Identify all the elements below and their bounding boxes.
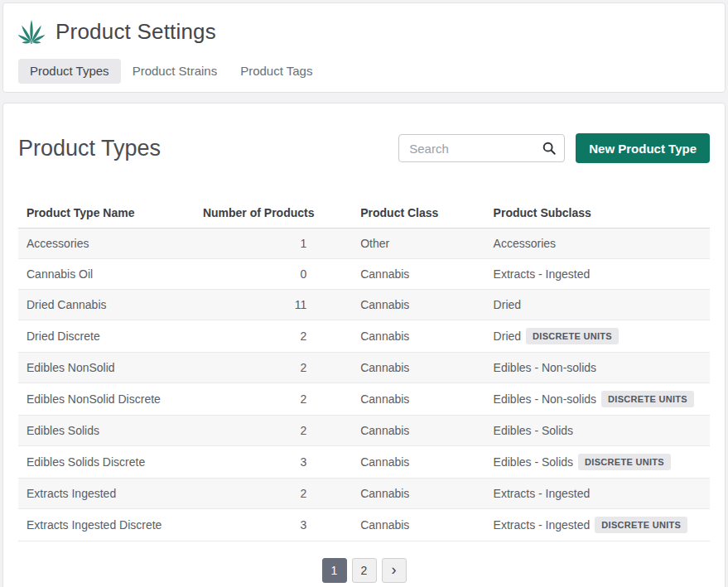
discrete-units-badge: DISCRETE UNITS xyxy=(601,391,694,407)
chevron-right-icon: › xyxy=(392,562,397,577)
discrete-units-badge: DISCRETE UNITS xyxy=(526,328,619,344)
cell-class: Other xyxy=(315,229,485,259)
search-input[interactable] xyxy=(398,134,565,162)
cell-count: 0 xyxy=(195,259,315,290)
subclass-text: Accessories xyxy=(494,237,556,250)
cell-count: 2 xyxy=(195,479,315,509)
cell-class: Cannabis xyxy=(315,416,485,446)
cell-subclass: Edibles - Non-solids xyxy=(485,353,710,383)
title-row: Product Settings xyxy=(18,18,710,45)
content-header: Product Types New Product Type xyxy=(18,103,710,198)
table-row[interactable]: Accessories 1 Other Accessories xyxy=(18,229,710,259)
new-product-type-button[interactable]: New Product Type xyxy=(576,133,710,163)
table-header-row: Product Type Name Number of Products Pro… xyxy=(18,198,710,229)
cell-subclass: Accessories xyxy=(485,229,710,259)
subclass-text: Extracts - Ingested xyxy=(494,487,591,500)
subclass-text: Edibles - Non-solids xyxy=(494,392,597,406)
subclass-text: Extracts - Ingested xyxy=(494,518,591,532)
cell-subclass: Extracts - Ingested xyxy=(485,479,710,509)
cannabis-leaf-icon xyxy=(18,18,45,45)
cell-class: Cannabis xyxy=(315,446,485,479)
subclass-text: Edibles - Non-solids xyxy=(494,361,597,374)
cell-name: Extracts Ingested xyxy=(18,479,195,509)
cell-count: 11 xyxy=(195,290,315,320)
cell-name: Edibles NonSolid xyxy=(18,353,195,383)
discrete-units-badge: DISCRETE UNITS xyxy=(578,454,671,470)
cell-name: Accessories xyxy=(18,229,195,259)
subclass-text: Dried xyxy=(494,330,521,343)
cell-class: Cannabis xyxy=(315,259,485,290)
search-icon[interactable] xyxy=(542,141,557,156)
tab-product-strains[interactable]: Product Strains xyxy=(121,59,229,84)
cell-class: Cannabis xyxy=(315,509,485,541)
tab-bar: Product Types Product Strains Product Ta… xyxy=(18,59,710,84)
cell-class: Cannabis xyxy=(315,290,485,320)
cell-subclass: Dried xyxy=(485,290,710,320)
table-row[interactable]: Edibles Solids 2 Cannabis Edibles - Soli… xyxy=(18,416,710,446)
subclass-text: Extracts - Ingested xyxy=(494,267,591,281)
cell-subclass: DriedDISCRETE UNITS xyxy=(485,320,710,353)
subclass-text: Dried xyxy=(494,298,521,311)
cell-class: Cannabis xyxy=(315,479,485,509)
cell-name: Edibles NonSolid Discrete xyxy=(18,383,195,416)
search-box xyxy=(398,134,565,162)
tab-product-tags[interactable]: Product Tags xyxy=(229,59,324,84)
cell-subclass: Edibles - SolidsDISCRETE UNITS xyxy=(485,446,710,479)
cell-count: 2 xyxy=(195,353,315,383)
tab-product-types[interactable]: Product Types xyxy=(18,59,121,84)
section-title: Product Types xyxy=(18,136,398,161)
cell-class: Cannabis xyxy=(315,353,485,383)
discrete-units-badge: DISCRETE UNITS xyxy=(595,517,687,533)
column-header-number-of-products: Number of Products xyxy=(195,198,315,229)
subclass-text: Edibles - Solids xyxy=(494,455,574,469)
cell-count: 2 xyxy=(195,416,315,446)
table-row[interactable]: Edibles NonSolid 2 Cannabis Edibles - No… xyxy=(18,353,710,383)
cell-subclass: Edibles - Non-solidsDISCRETE UNITS xyxy=(485,383,710,416)
cell-class: Cannabis xyxy=(315,320,485,353)
table-row[interactable]: Edibles NonSolid Discrete 2 Cannabis Edi… xyxy=(18,383,710,416)
cell-count: 3 xyxy=(195,509,315,541)
cell-subclass: Extracts - Ingested xyxy=(485,259,710,290)
column-header-product-class: Product Class xyxy=(315,198,485,229)
cell-name: Dried Cannabis xyxy=(18,290,195,320)
page-button-2[interactable]: 2 xyxy=(352,558,377,583)
pagination: 1 2 › xyxy=(18,541,710,587)
cell-name: Dried Discrete xyxy=(18,320,195,353)
page-title: Product Settings xyxy=(55,19,216,45)
table-row[interactable]: Extracts Ingested Discrete 3 Cannabis Ex… xyxy=(18,509,710,541)
next-page-button[interactable]: › xyxy=(382,558,407,583)
cell-count: 2 xyxy=(195,383,315,416)
cell-count: 3 xyxy=(195,446,315,479)
cell-subclass: Extracts - IngestedDISCRETE UNITS xyxy=(485,509,710,541)
page-button-1[interactable]: 1 xyxy=(322,558,347,583)
table-row[interactable]: Dried Cannabis 11 Cannabis Dried xyxy=(18,290,710,320)
cell-count: 1 xyxy=(195,229,315,259)
cell-subclass: Edibles - Solids xyxy=(485,416,710,446)
table-row[interactable]: Edibles Solids Discrete 3 Cannabis Edibl… xyxy=(18,446,710,479)
cell-name: Cannabis Oil xyxy=(18,259,195,290)
table-row[interactable]: Cannabis Oil 0 Cannabis Extracts - Inges… xyxy=(18,259,710,290)
table-row[interactable]: Extracts Ingested 2 Cannabis Extracts - … xyxy=(18,479,710,509)
column-header-product-type-name: Product Type Name xyxy=(18,198,195,229)
column-header-product-subclass: Product Subclass xyxy=(485,198,710,229)
cell-name: Extracts Ingested Discrete xyxy=(18,509,195,541)
page-header-card: Product Settings Product Types Product S… xyxy=(2,2,726,93)
cell-count: 2 xyxy=(195,320,315,353)
cell-name: Edibles Solids xyxy=(18,416,195,446)
table-row[interactable]: Dried Discrete 2 Cannabis DriedDISCRETE … xyxy=(18,320,710,353)
product-types-table: Product Type Name Number of Products Pro… xyxy=(18,198,710,541)
product-types-card: Product Types New Product Type Product T… xyxy=(2,103,726,587)
cell-name: Edibles Solids Discrete xyxy=(18,446,195,479)
cell-class: Cannabis xyxy=(315,383,485,416)
subclass-text: Edibles - Solids xyxy=(494,424,574,437)
